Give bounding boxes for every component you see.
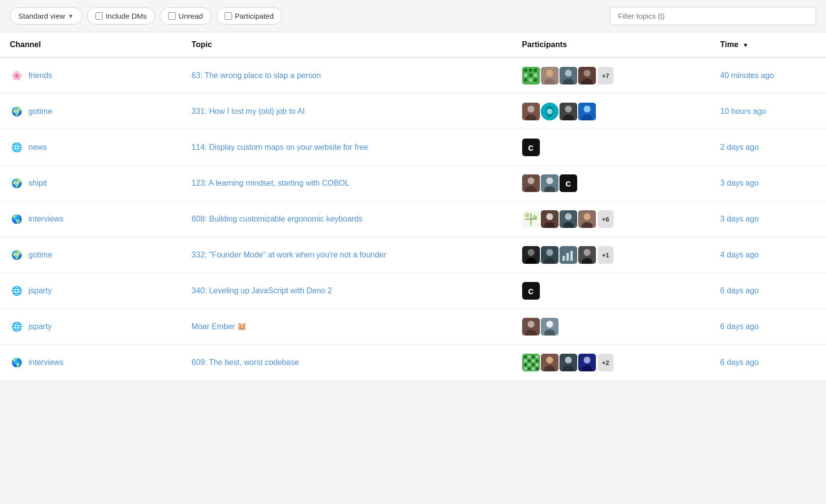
avatar xyxy=(522,318,540,336)
channel-name[interactable]: interviews xyxy=(29,358,63,367)
table-row: 🌐 news 114: Display custom maps on your … xyxy=(0,130,826,166)
svg-rect-59 xyxy=(570,251,573,261)
topic-cell[interactable]: 63: The wrong place to slap a person xyxy=(192,70,398,81)
participated-filter[interactable]: Participated xyxy=(216,7,282,25)
globe-icon: 🌍 xyxy=(10,248,24,262)
table-row: 🌸 friends 63: The wrong place to slap a … xyxy=(0,57,826,94)
channel-cell: 🌎 interviews xyxy=(10,212,172,226)
svg-rect-73 xyxy=(536,356,538,358)
time-header[interactable]: Time ▼ xyxy=(710,32,826,57)
topic-cell[interactable]: 340: Leveling up JavaScript with Deno 2 xyxy=(192,285,398,296)
time-value: 10 hours ago xyxy=(720,107,766,115)
svg-rect-7 xyxy=(524,79,527,82)
avatar xyxy=(560,210,577,228)
avatar xyxy=(560,103,577,120)
time-value: 3 days ago xyxy=(720,215,759,223)
svg-rect-74 xyxy=(524,360,527,362)
include-dms-filter[interactable]: Include DMs xyxy=(87,7,155,25)
avatar-grid-svg xyxy=(522,354,540,371)
topic-cell[interactable]: 608: Building customizable ergonomic key… xyxy=(192,214,398,224)
channel-name[interactable]: jsparty xyxy=(29,286,52,295)
topic-cell[interactable]: 123: A learning mindset, starting with C… xyxy=(192,178,398,189)
svg-point-23 xyxy=(547,109,553,114)
topic-cell[interactable]: 331: How I lost my (old) job to AI xyxy=(192,106,398,117)
svg-rect-6 xyxy=(534,74,537,77)
participants-header: Participants xyxy=(512,32,710,57)
filter-topics-input[interactable] xyxy=(610,7,816,25)
person-avatar xyxy=(578,210,596,228)
time-value: 6 days ago xyxy=(720,322,759,331)
channel-cell: 🌐 news xyxy=(10,140,172,154)
unread-filter[interactable]: Unread xyxy=(160,7,211,25)
person-avatar xyxy=(541,67,559,84)
channel-name[interactable]: interviews xyxy=(29,215,63,224)
topic-cell[interactable]: 609: The best, worst codebase xyxy=(192,357,398,368)
globe-icon: 🌍 xyxy=(10,176,24,190)
svg-rect-57 xyxy=(562,256,565,261)
person-avatar xyxy=(541,210,559,228)
svg-rect-8 xyxy=(529,79,532,82)
svg-rect-82 xyxy=(524,367,527,370)
svg-rect-3 xyxy=(534,69,537,72)
view-select[interactable]: Standard view ▼ xyxy=(10,7,82,25)
person-avatar xyxy=(541,174,559,192)
include-dms-checkbox[interactable] xyxy=(95,12,103,20)
unread-checkbox[interactable] xyxy=(168,12,176,20)
table-header-row: Channel Topic Participants Time ▼ xyxy=(0,32,826,57)
include-dms-label: Include DMs xyxy=(106,12,147,20)
channel-name[interactable]: shipit xyxy=(29,179,47,188)
avatar: c xyxy=(560,174,577,192)
person-avatar xyxy=(522,103,540,120)
svg-point-48 xyxy=(584,213,590,220)
avatar xyxy=(578,103,596,120)
channel-name[interactable]: friends xyxy=(29,71,52,80)
unread-label: Unread xyxy=(178,12,203,20)
table-row: 🌎 interviews 608: Building customizable … xyxy=(0,201,826,237)
person-avatar xyxy=(578,246,596,264)
channel-header: Channel xyxy=(0,32,182,57)
svg-rect-85 xyxy=(536,367,538,370)
globe-icon: 🌐 xyxy=(10,140,24,154)
participated-label: Participated xyxy=(235,12,274,20)
view-select-label: Standard view xyxy=(18,12,65,20)
channel-name[interactable]: gotime xyxy=(29,107,52,116)
topic-cell[interactable]: 114: Display custom maps on your website… xyxy=(192,142,398,153)
topic-cell[interactable]: 332: "Founder Mode" at work when you're … xyxy=(192,250,398,260)
avatar xyxy=(578,246,596,264)
participants-cell: +7 xyxy=(522,67,701,84)
globe-icon: 🌸 xyxy=(10,69,24,83)
swirl-avatar xyxy=(541,103,559,120)
time-value: 6 days ago xyxy=(720,358,759,366)
svg-rect-70 xyxy=(524,356,527,358)
svg-rect-2 xyxy=(529,69,532,72)
avatar-count: +2 xyxy=(598,354,614,371)
table-row: 🌍 shipit 123: A learning mindset, starti… xyxy=(0,166,826,201)
globe-icon: 🌎 xyxy=(10,356,24,369)
svg-rect-80 xyxy=(532,364,534,366)
person-avatar xyxy=(522,318,540,336)
time-value: 40 minutes ago xyxy=(720,71,774,80)
svg-point-17 xyxy=(584,70,590,77)
avatar-count: +1 xyxy=(598,246,614,264)
svg-rect-4 xyxy=(524,74,527,77)
svg-rect-81 xyxy=(536,364,538,366)
svg-rect-75 xyxy=(528,360,531,362)
channel-name[interactable]: news xyxy=(29,143,47,152)
svg-rect-76 xyxy=(532,360,534,362)
person-avatar xyxy=(522,246,540,264)
channel-name[interactable]: gotime xyxy=(29,251,52,259)
topic-cell[interactable]: Moar Ember 🐹 xyxy=(192,321,398,332)
channel-cell: 🌐 jsparty xyxy=(10,320,172,334)
topics-table: Channel Topic Participants Time ▼ xyxy=(0,32,826,381)
person-avatar xyxy=(578,354,596,371)
participated-checkbox[interactable] xyxy=(225,12,232,20)
toolbar: Standard view ▼ Include DMs Unread Parti… xyxy=(0,0,826,32)
svg-rect-72 xyxy=(532,356,534,358)
channel-name[interactable]: jsparty xyxy=(29,322,52,331)
participants-cell: +1 xyxy=(522,246,701,264)
chevron-down-icon: ▼ xyxy=(68,13,74,20)
channel-cell: 🌎 interviews xyxy=(10,356,172,369)
person-avatar xyxy=(522,174,540,192)
svg-point-25 xyxy=(565,106,572,112)
svg-rect-58 xyxy=(566,253,569,261)
